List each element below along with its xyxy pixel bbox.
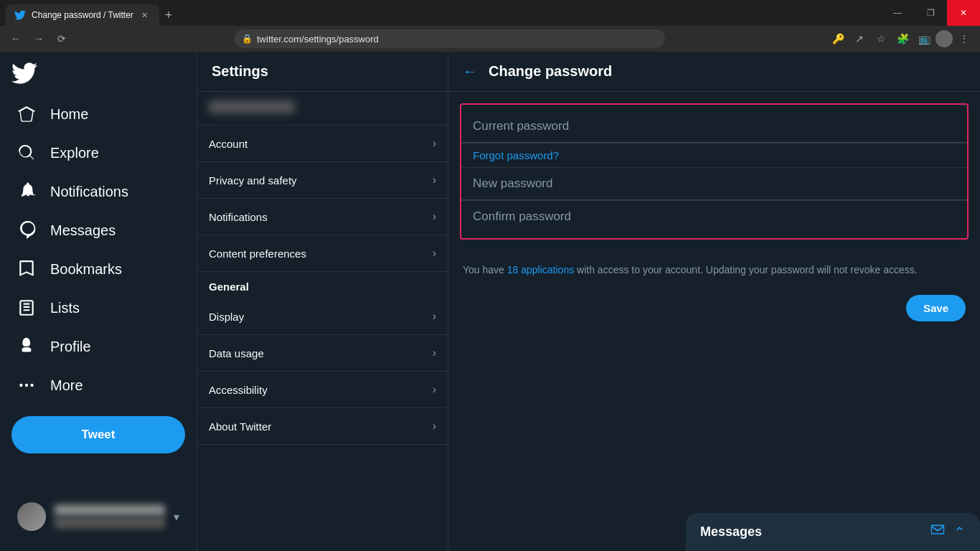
browser-tabs: Change password / Twitter ✕ + — ❐ ✕	[0, 0, 980, 26]
settings-label-content: Content preferences	[209, 248, 306, 260]
new-tab-button[interactable]: +	[159, 4, 179, 26]
settings-label-notifications: Notifications	[209, 211, 268, 223]
messages-footer-icons: ⌃	[930, 523, 966, 541]
info-text-after: with access to your account. Updating yo…	[574, 264, 918, 276]
applications-link[interactable]: 18 applications	[507, 264, 574, 276]
back-nav-button[interactable]: ←	[6, 29, 26, 49]
settings-item-about[interactable]: About Twitter ›	[197, 408, 448, 445]
compose-message-icon[interactable]	[930, 523, 945, 541]
lock-icon: 🔒	[242, 34, 253, 44]
settings-label-account: Account	[209, 138, 248, 150]
sidebar-item-messages[interactable]: Messages	[6, 212, 191, 248]
data-chevron-icon: ›	[433, 347, 436, 359]
messages-footer-title: Messages	[700, 524, 762, 540]
sidebar-item-profile[interactable]: Profile	[6, 329, 191, 364]
external-link-icon[interactable]: ↗	[849, 29, 870, 49]
twitter-logo[interactable]	[0, 57, 197, 95]
url-text: twitter.com/settings/password	[257, 34, 658, 44]
sidebar-label-bookmarks: Bookmarks	[50, 261, 122, 278]
sidebar-item-bookmarks[interactable]: Bookmarks	[6, 251, 191, 287]
bookmarks-icon	[17, 260, 36, 278]
settings-item-accessibility[interactable]: Accessibility ›	[197, 372, 448, 408]
settings-item-data[interactable]: Data usage ›	[197, 335, 448, 372]
settings-label-accessibility: Accessibility	[209, 384, 268, 396]
browser-chrome: Change password / Twitter ✕ + — ❐ ✕ ← → …	[0, 0, 980, 52]
info-text-before: You have	[463, 264, 507, 276]
forward-nav-button[interactable]: →	[29, 29, 49, 49]
collapse-icon[interactable]: ⌃	[953, 524, 966, 541]
sidebar-item-notifications[interactable]: Notifications	[6, 174, 191, 209]
settings-item-display[interactable]: Display ›	[197, 298, 448, 335]
password-form: Forgot password?	[460, 103, 969, 240]
new-password-field	[461, 168, 967, 200]
reload-button[interactable]: ⟳	[52, 29, 72, 49]
sidebar-label-explore: Explore	[50, 145, 99, 161]
svg-point-0	[19, 384, 22, 387]
user-handle: @████████	[55, 517, 165, 529]
notifications-chevron-icon: ›	[433, 210, 436, 223]
save-button[interactable]: Save	[906, 295, 966, 321]
account-chevron-icon: ›	[433, 137, 436, 150]
active-tab[interactable]: Change password / Twitter ✕	[6, 4, 159, 26]
sidebar-item-more[interactable]: More	[6, 367, 191, 403]
bottom-user-section[interactable]: ██████████ @████████ ▾	[6, 494, 191, 540]
browser-toolbar: ← → ⟳ 🔒 twitter.com/settings/password 🔑 …	[0, 26, 980, 52]
settings-label-about: About Twitter	[209, 420, 271, 433]
sidebar-label-messages: Messages	[50, 222, 116, 239]
info-text-container: You have 18 applications with access to …	[448, 251, 980, 289]
display-chevron-icon: ›	[433, 310, 436, 323]
confirm-password-input[interactable]	[473, 209, 956, 224]
cast-icon[interactable]: 📺	[914, 29, 934, 49]
user-info: ██████████ @████████	[55, 504, 165, 529]
general-section-header: General	[197, 272, 448, 298]
sidebar-item-home[interactable]: Home	[6, 96, 191, 132]
settings-item-privacy[interactable]: Privacy and safety ›	[197, 162, 448, 199]
window-controls: — ❐ ✕	[881, 0, 980, 26]
settings-item-content[interactable]: Content preferences ›	[197, 235, 448, 272]
sidebar-item-explore[interactable]: Explore	[6, 135, 191, 171]
app-container: Home Explore Notifications Messages Book	[0, 52, 980, 551]
sidebar-label-profile: Profile	[50, 339, 91, 355]
messages-footer[interactable]: Messages ⌃	[686, 513, 980, 551]
more-icon	[17, 376, 36, 395]
settings-item-notifications[interactable]: Notifications ›	[197, 199, 448, 235]
user-more-icon: ▾	[174, 510, 179, 524]
current-password-field	[461, 110, 967, 143]
user-avatar	[17, 502, 46, 531]
lists-icon	[17, 298, 36, 317]
change-password-header: ← Change password	[448, 52, 980, 92]
menu-icon[interactable]: ⋮	[954, 29, 974, 49]
tab-title-text: Change password / Twitter	[32, 10, 133, 20]
star-icon[interactable]: ☆	[871, 29, 891, 49]
browser-user-avatar[interactable]	[936, 30, 953, 47]
settings-panel: Settings Account › Privacy and safety › …	[197, 52, 448, 551]
user-display-name: ██████████	[55, 504, 165, 517]
notifications-icon	[17, 182, 36, 201]
main-content: ← Change password Forgot password? You h…	[448, 52, 980, 551]
explore-icon	[17, 143, 36, 162]
settings-username	[209, 100, 295, 113]
tweet-button[interactable]: Tweet	[11, 416, 185, 453]
back-button[interactable]: ←	[463, 63, 477, 80]
sidebar-item-lists[interactable]: Lists	[6, 290, 191, 326]
close-button[interactable]: ✕	[947, 0, 980, 26]
change-password-title: Change password	[489, 63, 612, 80]
extension-icon[interactable]: 🧩	[892, 29, 913, 49]
restore-button[interactable]: ❐	[914, 0, 947, 26]
about-chevron-icon: ›	[433, 420, 436, 433]
tab-close-button[interactable]: ✕	[139, 9, 151, 21]
settings-user-row	[197, 92, 448, 126]
settings-label-display: Display	[209, 311, 244, 323]
settings-item-account[interactable]: Account ›	[197, 126, 448, 162]
accessibility-chevron-icon: ›	[433, 383, 436, 396]
address-bar[interactable]: 🔒 twitter.com/settings/password	[235, 29, 665, 48]
current-password-input[interactable]	[473, 119, 956, 133]
sidebar-label-home: Home	[50, 106, 88, 123]
sidebar-label-lists: Lists	[50, 300, 80, 316]
privacy-chevron-icon: ›	[433, 174, 436, 187]
key-icon[interactable]: 🔑	[828, 29, 848, 49]
minimize-button[interactable]: —	[881, 0, 914, 26]
confirm-password-field	[461, 201, 967, 232]
forgot-password-link[interactable]: Forgot password?	[461, 143, 967, 168]
new-password-input[interactable]	[473, 176, 956, 191]
